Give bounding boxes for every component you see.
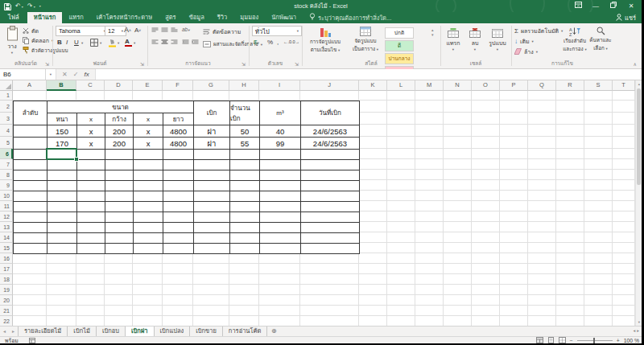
col-header-M[interactable]: M bbox=[415, 80, 444, 91]
tell-me-box[interactable]: ระบุว่าคุณต้องการทำสิ่งใด... bbox=[309, 12, 391, 23]
cell-H13[interactable] bbox=[229, 222, 260, 233]
font-color-caret[interactable]: ▾ bbox=[134, 41, 135, 45]
col-header-B[interactable]: B bbox=[47, 80, 76, 91]
cell-C9[interactable] bbox=[76, 180, 105, 191]
share-button[interactable]: แชร์ bbox=[616, 12, 636, 23]
formula-input[interactable] bbox=[95, 69, 642, 80]
cell-E7[interactable] bbox=[133, 159, 163, 170]
name-box[interactable]: B6 bbox=[0, 69, 46, 80]
cell-F13[interactable] bbox=[163, 222, 194, 233]
row-header-22[interactable]: 22 bbox=[0, 316, 13, 326]
ribbon-tab-นักพัฒนา[interactable]: นักพัฒนา bbox=[265, 12, 303, 23]
hscroll-left-icon[interactable]: ◂ bbox=[633, 328, 635, 333]
clear-button[interactable]: ล้าง ▾ bbox=[514, 47, 538, 56]
row-header-4[interactable]: 4 bbox=[0, 125, 13, 137]
cell-I13[interactable] bbox=[259, 222, 301, 233]
cell-J5[interactable]: 24/6/2563 bbox=[300, 137, 360, 150]
cell-G15[interactable] bbox=[193, 243, 230, 254]
cell-C7[interactable] bbox=[76, 159, 105, 170]
cell-H7[interactable] bbox=[229, 159, 260, 170]
cell-H5[interactable]: 55 bbox=[229, 137, 260, 150]
col-header-P[interactable]: P bbox=[500, 80, 528, 91]
cell-I2[interactable]: m³ bbox=[259, 101, 301, 125]
cell-D10[interactable] bbox=[105, 191, 134, 202]
autosum-button[interactable]: Σ ผลรวมอัตโนมัติ ▾ bbox=[514, 27, 563, 35]
underline-button[interactable]: U bbox=[74, 39, 79, 46]
underline-caret[interactable]: ▾ bbox=[81, 41, 83, 45]
cell-E13[interactable] bbox=[133, 222, 163, 233]
cell-E8[interactable] bbox=[133, 170, 163, 181]
sheet-tab-เบิกไม้[interactable]: เบิกไม้ bbox=[68, 327, 97, 336]
cell-J2[interactable]: วันที่เบิก bbox=[300, 101, 360, 125]
col-header-N[interactable]: N bbox=[444, 80, 472, 91]
page-break-view-icon[interactable] bbox=[559, 337, 566, 343]
cell-C12[interactable] bbox=[76, 212, 105, 223]
cell-H11[interactable] bbox=[229, 201, 260, 212]
cell-C13[interactable] bbox=[76, 222, 105, 233]
col-header-I[interactable]: I bbox=[259, 80, 300, 91]
fill-color-caret[interactable]: ▾ bbox=[118, 41, 119, 45]
grow-font-icon[interactable]: A˄ bbox=[124, 26, 131, 34]
cell-B14[interactable] bbox=[47, 232, 77, 244]
ribbon-display-options-icon[interactable] bbox=[569, 0, 587, 12]
cell-F5[interactable]: 4800 bbox=[163, 137, 194, 150]
insert-cells-button[interactable]: แทรก ▾ bbox=[443, 28, 464, 51]
cell-G9[interactable] bbox=[193, 180, 230, 191]
customize-qat-icon[interactable]: ▾ bbox=[39, 4, 41, 8]
cell-J14[interactable] bbox=[300, 232, 360, 244]
font-family-combo[interactable]: Tahoma▾ bbox=[56, 26, 109, 36]
cell-J7[interactable] bbox=[300, 159, 360, 170]
ribbon-tab-หน้าแรก[interactable]: หน้าแรก bbox=[27, 12, 63, 23]
sheet-nav-right-icon[interactable]: ▸ bbox=[9, 327, 18, 336]
cell-H8[interactable] bbox=[229, 170, 260, 181]
cancel-icon[interactable]: ✕ bbox=[62, 71, 68, 78]
cell-I9[interactable] bbox=[259, 180, 301, 191]
row-header-13[interactable]: 13 bbox=[0, 222, 13, 232]
col-header-F[interactable]: F bbox=[163, 80, 193, 91]
cell-G6[interactable] bbox=[193, 149, 230, 160]
cell-D7[interactable] bbox=[105, 159, 134, 170]
cell-J13[interactable] bbox=[300, 222, 360, 233]
cell-A12[interactable] bbox=[13, 212, 47, 223]
cell-B4[interactable]: 150 bbox=[47, 125, 77, 138]
copy-button[interactable]: คัดลอก ▾ bbox=[23, 36, 53, 45]
cell-F4[interactable]: 4800 bbox=[163, 125, 194, 138]
col-header-G[interactable]: G bbox=[193, 80, 229, 91]
row-header-9[interactable]: 9 bbox=[0, 180, 13, 191]
cell-C5[interactable]: x bbox=[76, 137, 105, 150]
cell-J9[interactable] bbox=[300, 180, 360, 191]
row-header-17[interactable]: 17 bbox=[0, 264, 13, 274]
cell-H14[interactable] bbox=[229, 232, 260, 244]
row-header-6[interactable]: 6 bbox=[0, 149, 13, 159]
align-center-icon[interactable] bbox=[161, 39, 168, 46]
row-header-15[interactable]: 15 bbox=[0, 243, 13, 253]
cell-E4[interactable]: x bbox=[133, 125, 163, 138]
col-header-D[interactable]: D bbox=[105, 80, 133, 91]
cell-A2[interactable]: ลำดับ bbox=[13, 101, 47, 125]
collapse-ribbon-icon[interactable]: ∧ bbox=[634, 61, 637, 67]
align-middle-icon[interactable] bbox=[161, 27, 168, 34]
font-size-combo[interactable]: 12▾ bbox=[105, 26, 126, 36]
col-header-Q[interactable]: Q bbox=[528, 80, 556, 91]
percent-style-icon[interactable]: % bbox=[267, 39, 273, 46]
ribbon-tab-สูตร[interactable]: สูตร bbox=[159, 12, 182, 23]
col-header-J[interactable]: J bbox=[300, 80, 359, 91]
cell-A9[interactable] bbox=[13, 180, 47, 191]
normal-view-icon[interactable] bbox=[536, 337, 543, 343]
new-sheet-icon[interactable]: ⊕ bbox=[267, 327, 280, 336]
cell-J15[interactable] bbox=[300, 243, 360, 254]
cell-E11[interactable] bbox=[133, 201, 163, 212]
cell-B15[interactable] bbox=[47, 243, 77, 254]
col-header-K[interactable]: K bbox=[359, 80, 387, 91]
sheet-tab-เบิกผ่า[interactable]: เบิกผ่า bbox=[126, 327, 154, 336]
redo-icon[interactable]: ↷ ▾ bbox=[27, 0, 35, 13]
number-format-combo[interactable]: ทั่วไป▾ bbox=[252, 26, 302, 36]
col-header-L[interactable]: L bbox=[387, 80, 415, 91]
cell-J12[interactable] bbox=[300, 212, 360, 223]
minimize-button[interactable]: — bbox=[587, 0, 605, 12]
cell-C3[interactable]: x bbox=[76, 113, 105, 125]
accounting-format-icon[interactable]: $▾ bbox=[254, 39, 259, 46]
scroll-up-icon[interactable]: ▴ bbox=[636, 80, 642, 88]
cell-H2[interactable]: จำนวนเบิก bbox=[229, 101, 260, 125]
cell-C8[interactable] bbox=[76, 170, 105, 181]
